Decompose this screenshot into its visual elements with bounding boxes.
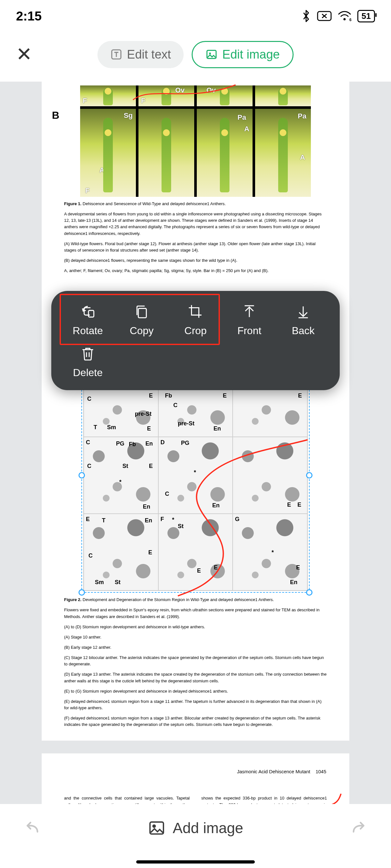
figure-1-caption-legend: A, anther; F, filament; Ov, ovary; Pa, s…: [64, 268, 327, 274]
wifi-icon: 6: [337, 10, 352, 22]
status-time: 2:15: [16, 9, 42, 23]
crop-icon: [188, 304, 203, 320]
svg-point-5: [209, 53, 211, 54]
add-image-button[interactable]: Add image: [148, 819, 243, 837]
edit-text-label: Edit text: [127, 48, 171, 61]
editor-header: ✕ Edit text Edit image: [0, 32, 391, 77]
status-right: 6 51: [301, 9, 375, 22]
svg-rect-6: [88, 310, 94, 317]
page2-body: and the connective cells that contained …: [64, 795, 327, 804]
rotate-icon: [80, 304, 96, 320]
redo-button[interactable]: [346, 815, 372, 841]
svg-point-1: [343, 18, 346, 21]
figure-2-caption: Figure 2. Development and Degeneration o…: [64, 597, 327, 603]
crop-button[interactable]: Crop: [169, 301, 222, 340]
selection-handle-bl[interactable]: [79, 589, 85, 596]
bring-front-button[interactable]: Front: [222, 301, 276, 340]
battery-indicator: 51: [357, 10, 375, 22]
bluetooth-icon: [301, 9, 311, 22]
fig2-cap-p1: Flowers were fixed and embedded in Spurr…: [64, 607, 327, 620]
delete-button[interactable]: Delete: [61, 342, 115, 382]
figure-1-caption-A: (A) Wild-type flowers. Floral bud (anthe…: [64, 241, 327, 253]
fig2-cap-p2: (A) to (D) Stomium region development an…: [64, 624, 327, 630]
fig2-cap-p8: (E) delayed dehiscence1 stomium region f…: [64, 699, 327, 711]
fig2-cap-p7: (E) to (G) Stomium region development an…: [64, 688, 327, 694]
svg-rect-7: [138, 309, 146, 318]
gesture-bar[interactable]: [136, 860, 255, 864]
fig2-cap-p6: (D) Early stage 13 anther. The asterisk …: [64, 671, 327, 684]
fig2-cap-p3: (A) Stage 10 anther.: [64, 634, 327, 641]
figure-1-caption: Figure 1. Dehiscence and Senescence of W…: [64, 201, 327, 207]
figure-1-image[interactable]: F OvF Ov SgAF A PaA PaA: [80, 86, 311, 197]
image-icon: [205, 48, 218, 61]
redo-icon: [350, 819, 368, 837]
pdf-page-2[interactable]: Jasmonic Acid Dehiscence Mutant 1045 and…: [42, 753, 350, 804]
copy-button[interactable]: Copy: [115, 301, 169, 340]
edit-image-label: Edit image: [222, 48, 280, 61]
image-context-menu: Rotate Copy Crop Front Back Delete: [51, 291, 340, 390]
selection-handle-mr[interactable]: [306, 472, 312, 478]
fig2-cap-p9: (F) delayed dehiscence1 stomium region f…: [64, 715, 327, 728]
arrow-up-icon: [241, 304, 257, 320]
figure-2-image[interactable]: AEnTCESmTpre-StE BPGpre-StEnSmFbCEpre-St…: [83, 360, 308, 591]
text-icon: [110, 48, 122, 61]
svg-point-9: [153, 825, 155, 827]
bottom-toolbar: Add image: [0, 804, 391, 868]
cast-close-icon: [317, 10, 332, 22]
status-bar: 2:15 6 51: [0, 0, 391, 32]
add-image-icon: [148, 819, 166, 837]
close-button[interactable]: ✕: [13, 45, 35, 64]
copy-icon: [134, 304, 150, 320]
document-canvas[interactable]: B F OvF Ov SgAF A PaA PaA Fig: [0, 82, 391, 804]
mode-chips: Edit text Edit image: [48, 41, 343, 68]
svg-text:6: 6: [350, 18, 352, 22]
add-image-label: Add image: [173, 819, 243, 837]
fig1-panel-B-label: B: [52, 110, 59, 121]
send-back-button[interactable]: Back: [276, 301, 330, 340]
svg-rect-8: [150, 822, 163, 834]
figure-1-caption-B: (B) delayed dehiscence1 flowers, represe…: [64, 257, 327, 264]
figure-2-wrapper[interactable]: AEnTCESmTpre-StE BPGpre-StEnSmFbCEpre-St…: [83, 360, 308, 591]
trash-icon: [80, 346, 96, 362]
edit-image-chip[interactable]: Edit image: [192, 41, 294, 68]
running-head: Jasmonic Acid Dehiscence Mutant 1045: [237, 769, 327, 774]
figure-1-caption-body: A developmental series of flowers from y…: [64, 211, 327, 237]
edit-text-chip[interactable]: Edit text: [97, 41, 184, 68]
undo-icon: [23, 819, 41, 837]
pdf-page-1[interactable]: B F OvF Ov SgAF A PaA PaA Fig: [42, 82, 350, 741]
fig2-cap-p5: (C) Stage 12 bilocular anther. The aster…: [64, 654, 327, 667]
fig2-cap-p4: (B) Early stage 12 anther.: [64, 644, 327, 651]
selection-handle-br[interactable]: [306, 589, 312, 596]
undo-button[interactable]: [19, 815, 45, 841]
arrow-down-icon: [295, 304, 311, 320]
rotate-button[interactable]: Rotate: [61, 301, 115, 340]
